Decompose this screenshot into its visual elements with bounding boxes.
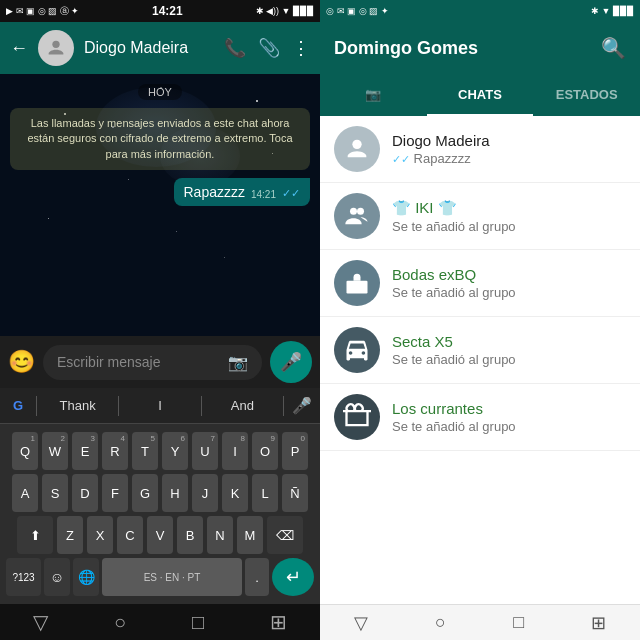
search-icon[interactable]: 🔍 [601,36,626,60]
chat-preview-currantes: Se te añadió al grupo [392,419,626,434]
key-z[interactable]: Z [57,516,83,554]
key-v[interactable]: V [147,516,173,554]
key-e[interactable]: 3E [72,432,98,470]
suggestion-i[interactable]: I [119,398,200,413]
google-logo: G [0,398,36,413]
chat-name-iki: 👕 IKI 👕 [392,199,626,217]
key-globe[interactable]: 🌐 [73,558,99,596]
key-r[interactable]: 4R [102,432,128,470]
nav-back-icon[interactable]: ▽ [33,610,48,634]
suggestion-thank[interactable]: Thank [37,398,118,413]
chat-name-currantes: Los currantes [392,400,626,417]
bubble-ticks: ✓✓ [282,187,300,200]
chat-list-item[interactable]: Diogo Madeira ✓✓ Rapazzzz [320,116,640,183]
message-input-field[interactable]: Escribir mensaje 📷 [43,345,262,380]
key-emoji[interactable]: ☺ [44,558,70,596]
key-f[interactable]: F [102,474,128,512]
key-w[interactable]: 2W [42,432,68,470]
nav-back-right[interactable]: ▽ [354,612,368,634]
key-c[interactable]: C [117,516,143,554]
system-message[interactable]: Las llamadas y mensajes enviados a este … [10,108,310,170]
key-u[interactable]: 7U [192,432,218,470]
key-space[interactable]: ES · EN · PT [102,558,242,596]
key-h[interactable]: H [162,474,188,512]
chat-header-icons: 📞 📎 ⋮ [224,37,310,59]
tab-camera[interactable]: 📷 [320,74,427,116]
key-k[interactable]: K [222,474,248,512]
app-title: Domingo Gomes [334,38,478,59]
chat-name-diogo: Diogo Madeira [392,132,626,149]
chat-info-iki: 👕 IKI 👕 Se te añadió al grupo [392,199,626,234]
key-row-4: ?123 ☺ 🌐 ES · EN · PT . ↵ [6,558,314,596]
chat-name-bodas: Bodas exBQ [392,266,626,283]
chat-info-currantes: Los currantes Se te añadió al grupo [392,400,626,434]
chat-preview-diogo: ✓✓ Rapazzzz [392,151,626,166]
key-delete[interactable]: ⌫ [267,516,303,554]
left-panel: ▶ ✉ ▣ ◎ ▨ ⓐ ✦ 14:21 ✱ ◀)) ▼ ▉▉▉ ← Diogo … [0,0,320,640]
key-a[interactable]: A [12,474,38,512]
key-period[interactable]: . [245,558,269,596]
keyboard-area: 1Q 2W 3E 4R 5T 6Y 7U 8I 9O 0P A S D F G … [0,424,320,604]
key-enter[interactable]: ↵ [272,558,314,596]
key-d[interactable]: D [72,474,98,512]
phone-icon[interactable]: 📞 [224,37,246,59]
chat-info-bodas: Bodas exBQ Se te añadió al grupo [392,266,626,300]
chat-header: ← Diogo Madeira 📞 📎 ⋮ [0,22,320,74]
svg-point-1 [352,140,361,149]
avatar-secta [334,327,380,373]
key-m[interactable]: M [237,516,263,554]
keyboard-rows: 1Q 2W 3E 4R 5T 6Y 7U 8I 9O 0P A S D F G … [4,428,316,600]
mic-suggest-icon[interactable]: 🎤 [284,396,320,415]
chat-list-item[interactable]: 👕 IKI 👕 Se te añadió al grupo [320,183,640,250]
status-bar-left: ▶ ✉ ▣ ◎ ▨ ⓐ ✦ 14:21 ✱ ◀)) ▼ ▉▉▉ [0,0,320,22]
emoji-button[interactable]: 😊 [8,349,35,375]
more-icon[interactable]: ⋮ [292,37,310,59]
chat-bubble-out: Rapazzzz 14:21 ✓✓ [174,178,311,206]
key-s[interactable]: S [42,474,68,512]
chats-tab-label: CHATS [458,87,502,102]
chat-list-item[interactable]: Secta X5 Se te añadió al grupo [320,317,640,384]
key-i[interactable]: 8I [222,432,248,470]
key-n[interactable]: N [207,516,233,554]
avatar-iki [334,193,380,239]
key-symbols[interactable]: ?123 [6,558,41,596]
key-b[interactable]: B [177,516,203,554]
mic-button[interactable]: 🎤 [270,341,312,383]
back-button[interactable]: ← [10,38,28,59]
chat-list-item[interactable]: Los currantes Se te añadió al grupo [320,384,640,451]
key-n-tilde[interactable]: Ñ [282,474,308,512]
nav-grid-icon[interactable]: ⊞ [270,610,287,634]
status-right-icons: ✱ ◀)) ▼ ▉▉▉ [256,6,314,16]
chat-info-diogo: Diogo Madeira ✓✓ Rapazzzz [392,132,626,166]
chat-list-item[interactable]: Bodas exBQ Se te añadió al grupo [320,250,640,317]
nav-home-icon[interactable]: ○ [114,611,126,634]
nav-recents-right[interactable]: □ [513,612,524,633]
suggestion-and[interactable]: And [202,398,283,413]
nav-recents-icon[interactable]: □ [192,611,204,634]
camera-icon[interactable]: 📷 [228,353,248,372]
key-shift[interactable]: ⬆ [17,516,53,554]
key-row-1: 1Q 2W 3E 4R 5T 6Y 7U 8I 9O 0P [6,432,314,470]
key-l[interactable]: L [252,474,278,512]
key-q[interactable]: 1Q [12,432,38,470]
chat-name-secta: Secta X5 [392,333,626,350]
nav-grid-right[interactable]: ⊞ [591,612,606,634]
status-right-left-icons: ◎ ✉ ▣ ◎ ▨ ✦ [326,6,389,16]
contact-avatar [38,30,74,66]
key-y[interactable]: 6Y [162,432,188,470]
tab-chats[interactable]: CHATS [427,74,534,116]
input-right-icons: 📷 [228,353,248,372]
key-g[interactable]: G [132,474,158,512]
key-x[interactable]: X [87,516,113,554]
key-o[interactable]: 9O [252,432,278,470]
key-j[interactable]: J [192,474,218,512]
key-t[interactable]: 5T [132,432,158,470]
input-placeholder: Escribir mensaje [57,354,160,370]
svg-rect-4 [347,281,368,294]
message-input-area: 😊 Escribir mensaje 📷 🎤 [0,336,320,388]
bubble-time: 14:21 [251,189,276,200]
tab-estados[interactable]: ESTADOS [533,74,640,116]
key-p[interactable]: 0P [282,432,308,470]
nav-home-right[interactable]: ○ [435,612,446,633]
attach-icon[interactable]: 📎 [258,37,280,59]
